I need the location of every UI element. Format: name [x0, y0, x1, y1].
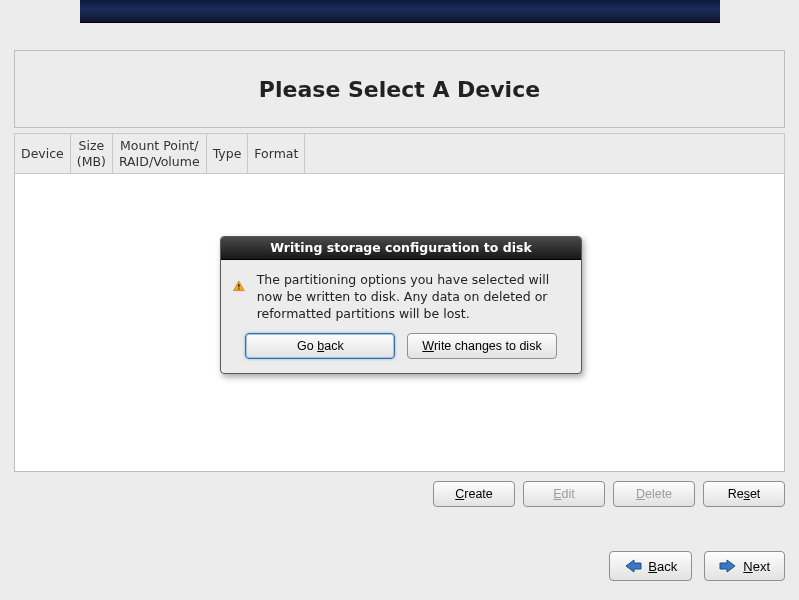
btn-label: dit — [562, 487, 575, 501]
delete-button: Delete — [613, 481, 695, 507]
btn-label: ack — [657, 559, 677, 574]
btn-label: ack — [324, 339, 343, 353]
reset-button[interactable]: Reset — [703, 481, 785, 507]
edit-button: Edit — [523, 481, 605, 507]
page-title: Please Select A Device — [259, 77, 540, 102]
write-storage-dialog: Writing storage configuration to disk Th… — [220, 236, 582, 374]
back-button[interactable]: Back — [609, 551, 692, 581]
col-size[interactable]: Size (MB) — [70, 134, 112, 174]
next-button[interactable]: Next — [704, 551, 785, 581]
header-banner — [80, 0, 720, 23]
col-type[interactable]: Type — [206, 134, 248, 174]
btn-label: rite changes to disk — [434, 339, 542, 353]
dialog-title: Writing storage configuration to disk — [221, 237, 581, 260]
warning-icon — [233, 272, 245, 300]
device-table-header: Device Size (MB) Mount Point/ RAID/Volum… — [14, 133, 785, 174]
svg-rect-0 — [238, 284, 239, 287]
btn-label: ext — [753, 559, 770, 574]
col-mount[interactable]: Mount Point/ RAID/Volume — [112, 134, 206, 174]
svg-point-1 — [238, 288, 239, 289]
wizard-nav: Back Next — [14, 551, 785, 581]
dialog-message: The partitioning options you have select… — [257, 272, 569, 323]
btn-label: elete — [645, 487, 672, 501]
create-button[interactable]: Create — [433, 481, 515, 507]
btn-label: et — [750, 487, 760, 501]
go-back-button[interactable]: Go back — [245, 333, 395, 359]
title-panel: Please Select A Device — [14, 50, 785, 128]
col-spacer — [305, 134, 785, 174]
col-device[interactable]: Device — [15, 134, 71, 174]
arrow-left-icon — [624, 558, 642, 574]
col-format[interactable]: Format — [248, 134, 305, 174]
dialog-actions: Go back Write changes to disk — [221, 333, 581, 373]
arrow-right-icon — [719, 558, 737, 574]
write-changes-button[interactable]: Write changes to disk — [407, 333, 556, 359]
partition-actions: Create Edit Delete Reset — [14, 481, 785, 507]
btn-label: reate — [464, 487, 493, 501]
